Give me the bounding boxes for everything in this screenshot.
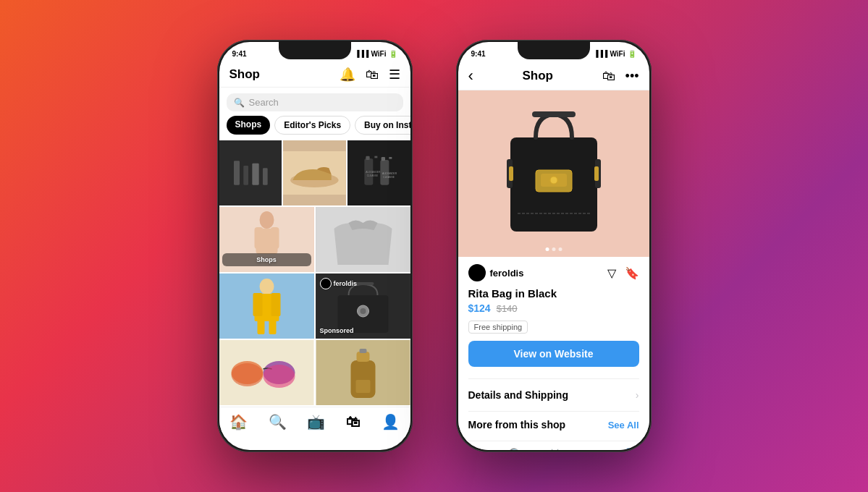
svg-rect-30 (269, 318, 276, 334)
filter-icon[interactable]: ▽ (607, 266, 616, 280)
details-label: Details and Shipping (468, 389, 568, 401)
svg-point-19 (259, 211, 274, 229)
grid-item-7-sponsored[interactable]: feroldis Sponsored (316, 273, 410, 339)
grid-row-2: Shops (219, 207, 410, 272)
view-website-button[interactable]: View on Website (468, 341, 639, 367)
svg-point-40 (231, 363, 263, 386)
svg-rect-46 (355, 380, 370, 393)
svg-point-35 (360, 308, 366, 314)
seller-name[interactable]: feroldis (490, 268, 524, 279)
search-bar[interactable]: 🔍 Search (227, 93, 403, 111)
seller-avatar[interactable] (468, 264, 486, 281)
phone-left: 9:41 ▐▐▐ WiFi 🔋 Shop 🔔 🛍 ☰ 🔍 Search Shop… (217, 40, 413, 452)
divider-2 (468, 411, 639, 412)
more-icon[interactable]: ••• (625, 69, 639, 84)
seller-row: feroldis ▽ 🔖 (468, 264, 639, 281)
nav-profile-right[interactable]: 👤 (620, 447, 639, 450)
svg-text:CLEANSE: CLEANSE (367, 174, 379, 177)
grid-item-1[interactable] (219, 140, 282, 205)
svg-rect-56 (594, 166, 599, 181)
dot-3 (558, 247, 562, 251)
menu-icon[interactable]: ☰ (389, 67, 400, 82)
back-button[interactable]: ‹ (468, 67, 473, 85)
continue-shopping-label: Shops (222, 253, 311, 266)
notch-right (518, 42, 590, 59)
svg-rect-9 (366, 156, 369, 160)
svg-text:ALEXANDER: ALEXANDER (382, 172, 397, 175)
svg-rect-3 (252, 164, 258, 185)
grid-row-4 (219, 340, 410, 405)
tab-buy-on-instagram[interactable]: Buy on Instagram (355, 116, 410, 135)
svg-rect-22 (270, 227, 279, 249)
time-left: 9:41 (232, 50, 247, 58)
search-placeholder: Search (249, 97, 279, 108)
nav-search-right[interactable]: 🔍 (507, 447, 526, 450)
more-label: More from this shop (468, 419, 566, 430)
details-and-shipping-row[interactable]: Details and Shipping › (468, 383, 639, 407)
grid-item-3[interactable]: ALEXANDER CLEANSE ALEXANDER CLEANSE (347, 140, 410, 205)
svg-rect-0 (219, 151, 282, 195)
nav-home-right[interactable]: 🏠 (468, 447, 486, 450)
divider-1 (468, 378, 639, 379)
shop-badge-sponsored: feroldis (320, 278, 358, 289)
nav-profile-left[interactable]: 👤 (382, 413, 400, 430)
svg-rect-27 (253, 293, 262, 316)
nav-shop-left[interactable]: 🛍 (346, 414, 361, 430)
nav-reels-left[interactable]: 📺 (307, 413, 325, 430)
grid-item-5[interactable] (316, 207, 410, 272)
svg-rect-28 (271, 293, 280, 316)
svg-text:ALEXANDER: ALEXANDER (366, 171, 381, 174)
seller-actions: ▽ 🔖 (607, 266, 639, 280)
price-new: $124 (468, 302, 491, 314)
search-icon: 🔍 (234, 98, 245, 108)
battery-icon: 🔋 (389, 50, 397, 58)
svg-rect-55 (509, 166, 513, 181)
signal-icon: ▐▐▐ (355, 50, 368, 57)
signal-icon-r: ▐▐▐ (594, 50, 607, 57)
bottom-nav-left: 🏠 🔍 📺 🛍 👤 (219, 407, 410, 438)
dot-2 (552, 247, 555, 251)
shop-badge-name: feroldis (334, 280, 358, 287)
grid-item-9[interactable] (316, 340, 410, 405)
price-old: $140 (497, 303, 518, 314)
nav-reels-right[interactable]: 📺 (546, 447, 564, 450)
see-all-link[interactable]: See All (608, 420, 639, 430)
dot-1 (545, 247, 549, 251)
svg-rect-21 (254, 227, 263, 249)
more-from-shop-row: More from this shop See All (468, 416, 639, 433)
nav-search-left[interactable]: 🔍 (269, 413, 287, 430)
svg-point-25 (259, 279, 274, 294)
tab-shops[interactable]: Shops (227, 116, 271, 135)
bookmark-icon[interactable]: 🔖 (625, 266, 639, 280)
wifi-icon: WiFi (371, 50, 386, 58)
status-icons-right: ▐▐▐ WiFi 🔋 (594, 50, 636, 58)
bag-icon-right[interactable]: 🛍 (602, 69, 615, 84)
svg-text:CLEANSE: CLEANSE (383, 176, 395, 179)
svg-rect-44 (356, 352, 369, 362)
free-shipping-tag: Free shipping (468, 321, 528, 334)
nav-home-left[interactable]: 🏠 (229, 413, 248, 430)
svg-rect-4 (263, 168, 268, 184)
shop-badge-avatar (320, 278, 332, 289)
svg-rect-1 (234, 161, 240, 184)
bell-icon[interactable]: 🔔 (340, 67, 355, 82)
page-title-left: Shop (229, 67, 261, 82)
chevron-right-icon: › (636, 389, 639, 401)
tab-editors-picks[interactable]: Editor's Picks (274, 116, 350, 135)
grid-item-2[interactable] (283, 140, 346, 205)
nav-bar-right: ‹ Shop 🛍 ••• (458, 62, 649, 90)
grid-item-8[interactable] (219, 340, 314, 405)
notch-left (279, 42, 351, 59)
tab-pills: Shops Editor's Picks Buy on Instagram (219, 116, 410, 140)
svg-point-41 (263, 365, 295, 388)
nav-shop-right[interactable]: 🛍 (585, 448, 599, 451)
status-icons-left: ▐▐▐ WiFi 🔋 (355, 50, 397, 58)
nav-icons-right: 🛍 ••• (602, 69, 639, 84)
grid-item-4[interactable]: Shops (219, 207, 314, 272)
grid-item-6[interactable] (219, 273, 314, 339)
seller-info: feroldis (468, 264, 524, 281)
battery-icon-r: 🔋 (628, 50, 636, 58)
page-title-right: Shop (522, 69, 553, 83)
bag-icon[interactable]: 🛍 (366, 67, 379, 82)
time-right: 9:41 (471, 50, 486, 58)
